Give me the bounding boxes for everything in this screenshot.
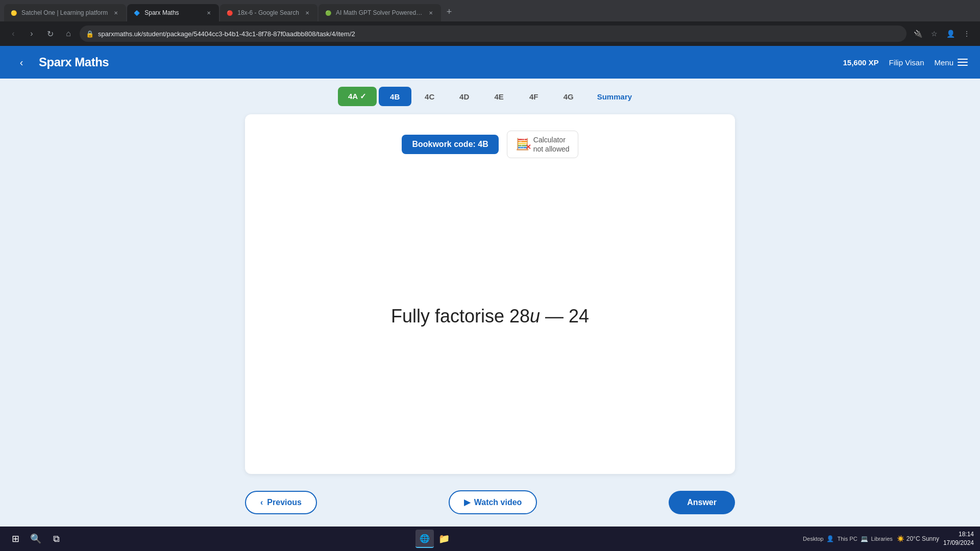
tab-satchel[interactable]: 🟡 Satchel One | Learning platform ✕ [4, 4, 126, 21]
search-taskbar-button[interactable]: 🔍 [27, 530, 45, 548]
tab-4C[interactable]: 4C [413, 87, 446, 106]
main-content: Bookwork code: 4B 🧮 ✕ Calculator not all… [0, 106, 980, 527]
tab-bar: 🟡 Satchel One | Learning platform ✕ 🔷 Sp… [0, 0, 980, 21]
time-display: 18:14 [943, 530, 974, 539]
sun-icon: ☀️ [897, 535, 904, 542]
new-tab-button[interactable]: + [442, 5, 456, 19]
tab-4B-label: 4B [390, 92, 400, 101]
calculator-line2: not allowed [533, 144, 570, 154]
forward-nav-button[interactable]: › [24, 27, 39, 41]
taskbar-pc-label: This PC [837, 536, 857, 542]
browser-menu-button[interactable]: ⋮ [960, 27, 974, 41]
tab-close-google[interactable]: ✕ [303, 9, 311, 17]
address-bar-row: ‹ › ↻ ⌂ 🔒 sparxmaths.uk/student/package/… [0, 21, 980, 46]
tab-aimath[interactable]: 🟢 AI Math GPT Solver Powered b... ✕ [318, 4, 441, 21]
question-variable: u [530, 306, 540, 327]
taskbar-center: 🌐 📁 [415, 530, 453, 548]
calculator-info: 🧮 ✕ Calculator not allowed [507, 131, 578, 158]
tab-close-aimath[interactable]: ✕ [427, 9, 435, 17]
tab-4G[interactable]: 4G [552, 87, 585, 106]
pc-icon: 💻 [861, 535, 868, 542]
tab-title-satchel: Satchel One | Learning platform [21, 9, 108, 16]
weather-info: ☀️ 20°C Sunny [897, 535, 939, 542]
app-back-button[interactable]: ‹ [12, 53, 31, 71]
tab-4D[interactable]: 4D [448, 87, 481, 106]
tab-close-sparx[interactable]: ✕ [205, 9, 213, 17]
task-tabs: 4A ✓ 4B 4C 4D 4E 4F 4G Summary [0, 79, 980, 106]
bottom-controls: ‹ Previous ▶ Watch video Answer [245, 482, 735, 527]
taskbar-left: ⊞ 🔍 ⧉ [6, 530, 65, 548]
tab-summary[interactable]: Summary [587, 87, 642, 106]
bookwork-code: Bookwork code: 4B [402, 135, 498, 154]
calculator-icon: 🧮 ✕ [516, 138, 529, 151]
tab-favicon-google: 🔴 [226, 9, 233, 16]
back-nav-button[interactable]: ‹ [6, 27, 20, 41]
tab-summary-label: Summary [597, 92, 632, 101]
tab-title-sparx: Sparx Maths [144, 9, 201, 16]
question-card: Bookwork code: 4B 🧮 ✕ Calculator not all… [245, 114, 735, 474]
answer-label: Answer [687, 498, 717, 507]
sys-tray: Desktop 👤 This PC 💻 Libraries [803, 535, 893, 542]
app-logo: Sparx Maths [39, 55, 109, 69]
profile-button[interactable]: 👤 [943, 27, 958, 41]
menu-label: Menu [934, 58, 953, 67]
tab-4A[interactable]: 4A ✓ [338, 87, 377, 106]
taskbar-libraries-label: Libraries [871, 536, 893, 542]
tab-favicon-satchel: 🟡 [10, 9, 17, 16]
bookmark-button[interactable]: ☆ [927, 27, 941, 41]
taskbar-right: Desktop 👤 This PC 💻 Libraries ☀️ 20°C Su… [803, 530, 974, 547]
home-button[interactable]: ⌂ [61, 27, 76, 41]
tab-4E-label: 4E [495, 92, 504, 101]
tab-sparx[interactable]: 🔷 Sparx Maths ✕ [127, 4, 219, 21]
user-icon: 👤 [826, 535, 834, 542]
answer-button[interactable]: Answer [669, 491, 735, 514]
previous-label: Previous [267, 498, 302, 507]
reload-button[interactable]: ↻ [43, 27, 57, 41]
tab-4E[interactable]: 4E [483, 87, 516, 106]
browser-chrome: 🟡 Satchel One | Learning platform ✕ 🔷 Sp… [0, 0, 980, 46]
x-mark-icon: ✕ [525, 143, 531, 151]
video-icon: ▶ [464, 497, 470, 507]
header-left: ‹ Sparx Maths [12, 53, 109, 71]
taskbar-app-chrome[interactable]: 🌐 [415, 530, 434, 548]
tab-google[interactable]: 🔴 18x-6 - Google Search ✕ [220, 4, 317, 21]
browser-icons: 🔌 ☆ 👤 ⋮ [911, 27, 974, 41]
user-name: Filip Visan [889, 58, 924, 67]
tab-4G-label: 4G [564, 92, 574, 101]
hamburger-icon [958, 59, 968, 66]
tab-4D-label: 4D [459, 92, 469, 101]
watch-video-button[interactable]: ▶ Watch video [449, 490, 537, 514]
header-right: 15,600 XP Filip Visan Menu [843, 58, 968, 67]
app-header: ‹ Sparx Maths 15,600 XP Filip Visan Menu [0, 46, 980, 79]
menu-button[interactable]: Menu [934, 58, 968, 67]
xp-display: 15,600 XP [843, 58, 878, 67]
tab-4B[interactable]: 4B [379, 87, 411, 106]
tab-close-satchel[interactable]: ✕ [112, 9, 120, 17]
calculator-line1: Calculator [533, 135, 570, 144]
tab-favicon-sparx: 🔷 [133, 9, 140, 16]
address-bar[interactable]: 🔒 sparxmaths.uk/student/package/54404cc3… [80, 26, 906, 42]
start-button[interactable]: ⊞ [6, 530, 24, 548]
taskbar: ⊞ 🔍 ⧉ 🌐 📁 Desktop 👤 This PC 💻 Libraries … [0, 527, 980, 551]
previous-button[interactable]: ‹ Previous [245, 491, 317, 514]
watch-video-label: Watch video [474, 498, 522, 507]
tab-4F[interactable]: 4F [518, 87, 550, 106]
tab-favicon-aimath: 🟢 [325, 9, 332, 16]
calculator-text: Calculator not allowed [533, 135, 570, 154]
taskbar-app-explorer[interactable]: 📁 [435, 530, 453, 548]
card-header: Bookwork code: 4B 🧮 ✕ Calculator not all… [402, 131, 578, 158]
weather-text: 20°C Sunny [906, 535, 939, 542]
question-content: Fully factorise 28u — 24 [261, 174, 719, 458]
question-display: Fully factorise 28u — 24 [391, 306, 589, 327]
time-date-display: 18:14 17/09/2024 [943, 530, 974, 547]
taskview-button[interactable]: ⧉ [47, 530, 65, 548]
tab-4A-label: 4A ✓ [348, 92, 366, 101]
tab-4C-label: 4C [425, 92, 434, 101]
extensions-button[interactable]: 🔌 [911, 27, 925, 41]
tab-title-aimath: AI Math GPT Solver Powered b... [336, 9, 423, 16]
tab-4F-label: 4F [529, 92, 538, 101]
tab-title-google: 18x-6 - Google Search [237, 9, 299, 16]
lock-icon: 🔒 [86, 30, 94, 38]
address-text: sparxmaths.uk/student/package/54404cc3-b… [98, 30, 900, 38]
date-display: 17/09/2024 [943, 539, 974, 547]
